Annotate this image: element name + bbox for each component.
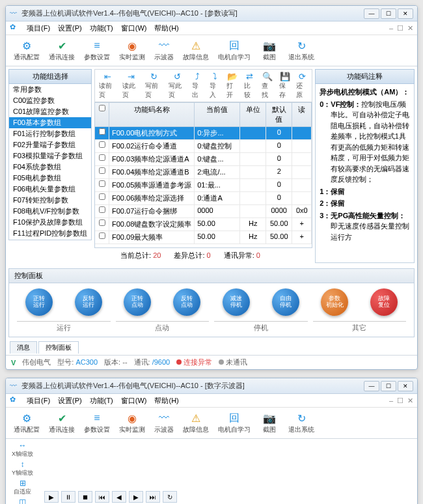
tool-通讯配置[interactable]: ⚙通讯配置 [10, 410, 44, 436]
mdi-sq-icon[interactable]: ☐ [397, 24, 403, 33]
table-row[interactable]: F00.04频率给定源通道B 2:电流/... 2 [95, 166, 312, 179]
scope-tool-Y轴缩放[interactable]: ↕Y轴缩放 [10, 459, 35, 478]
scope-tool-自适应[interactable]: ⊞自适应 [10, 478, 35, 497]
row-checkbox[interactable] [99, 206, 105, 213]
close-button[interactable]: ✕ [398, 8, 413, 19]
row-checkbox[interactable] [99, 167, 105, 174]
tool-实时监测[interactable]: ◉实时监测 [115, 410, 149, 436]
menu-设置(P)[interactable]: 设置(P) [54, 23, 86, 33]
minimize-button[interactable]: — [364, 381, 379, 391]
tool-故障信息[interactable]: ⚠故障信息 [179, 410, 213, 436]
tree-item[interactable]: F02升量端子参数组 [9, 139, 91, 150]
tree-item[interactable]: F06电机矢量参数组 [9, 184, 91, 195]
tool-退出系统[interactable]: ↻退出系统 [284, 410, 318, 436]
subtool-导入[interactable]: ⤵导入 [207, 71, 224, 100]
subtool-保存[interactable]: 💾保存 [277, 71, 293, 100]
round-btn-反转运行[interactable]: 反转运行 [75, 288, 102, 316]
tool-电机自学习[interactable]: 回电机自学习 [214, 410, 254, 436]
tree-item[interactable]: F08电机V/F控制参数 [9, 206, 91, 217]
tree-item[interactable]: F11过程PID控制参数组 [9, 228, 91, 239]
tool-退出系统[interactable]: ↻退出系统 [284, 38, 318, 63]
table-row[interactable]: F00.08键盘数字设定频率 50.00 Hz 50.00 + [95, 218, 312, 231]
play-btn[interactable]: ▶ [44, 491, 59, 503]
tool-示波器[interactable]: 〰示波器 [150, 38, 178, 63]
mdi-dash-icon[interactable]: – [389, 24, 393, 33]
subtool-打开[interactable]: 📂打开 [224, 71, 241, 100]
tool-示波器[interactable]: 〰示波器 [150, 410, 178, 436]
mdi-x-icon[interactable]: ✕ [407, 24, 413, 33]
minimize-button[interactable]: — [364, 8, 379, 19]
round-btn-故障复位[interactable]: 故障复位 [370, 288, 398, 316]
tool-截图[interactable]: 📷截图 [256, 38, 283, 63]
subtool-读前页[interactable]: ⇤读前页 [96, 71, 119, 100]
tool-电机自学习[interactable]: 回电机自学习 [214, 38, 254, 63]
table-row[interactable]: F00.02运行命令通道 0:键盘控制 0 [95, 140, 312, 153]
round-btn-减速停机[interactable]: 减速停机 [223, 288, 250, 316]
tool-故障信息[interactable]: ⚠故障信息 [179, 38, 213, 63]
tool-通讯连接[interactable]: ✔通讯连接 [45, 410, 79, 436]
tree-item[interactable]: C01故障监控参数 [9, 106, 91, 117]
subtool-写此页[interactable]: ↺写此页 [166, 71, 189, 100]
round-btn-自由停机[interactable]: 自由停机 [272, 288, 299, 316]
menu-窗口(W)[interactable]: 窗口(W) [117, 395, 151, 406]
tool-通讯配置[interactable]: ⚙通讯配置 [10, 38, 44, 63]
tree-item[interactable]: F04系统参数组 [9, 161, 91, 173]
tree-item[interactable]: F01运行控制参数组 [9, 128, 91, 139]
play-btn[interactable]: ⏭ [146, 491, 160, 503]
tab-control-panel[interactable]: 控制面板 [38, 341, 79, 354]
row-checkbox[interactable] [99, 193, 105, 200]
tree-item[interactable]: 常用参数 [9, 84, 91, 95]
scope-tool-X轴缩放[interactable]: ↔X轴缩放 [10, 440, 35, 459]
tool-通讯连接[interactable]: ✔通讯连接 [45, 38, 79, 63]
row-checkbox[interactable] [99, 128, 105, 135]
menu-帮助(H)[interactable]: 帮助(H) [150, 395, 182, 406]
maximize-button[interactable]: ☐ [381, 8, 396, 19]
tree-item[interactable]: F12多段速、PLC功能与摆 [9, 239, 91, 240]
play-btn[interactable]: ◀ [112, 491, 126, 503]
table-row[interactable]: F00.07运行命令捆绑 0000 0000 0x0 [95, 205, 312, 218]
play-btn[interactable]: ⏮ [95, 491, 109, 503]
menu-功能(T)[interactable]: 功能(T) [86, 395, 117, 406]
round-btn-正转运行[interactable]: 正转运行 [25, 288, 53, 316]
table-row[interactable]: F00.09最大频率 50.00 Hz 50.00 + [95, 231, 312, 244]
subtool-写前页[interactable]: ↻写前页 [143, 71, 165, 100]
scope-tool-显色[interactable]: ◫显色 [10, 497, 35, 504]
tree-item[interactable]: F07转矩控制参数 [9, 195, 91, 206]
menu-帮助(H)[interactable]: 帮助(H) [150, 23, 182, 33]
table-row[interactable]: F00.05频率源通道参考源 01:最... 0 [95, 179, 312, 192]
round-btn-反转点动[interactable]: 反转点动 [173, 288, 200, 316]
table-row[interactable]: F00.00电机控制方式 0:异步... 0 [95, 127, 312, 140]
row-checkbox[interactable] [99, 219, 105, 226]
table-row[interactable]: F00.03频率给定源通道A 0:键盘... 0 [95, 153, 312, 166]
subtool-还原[interactable]: ⟳还原 [293, 71, 310, 100]
tree-item[interactable]: F03模拟量端子参数组 [9, 150, 91, 161]
row-checkbox[interactable] [99, 154, 105, 161]
menu-项目(F)[interactable]: 项目(F) [23, 395, 54, 406]
subtool-比较[interactable]: ⇄比较 [241, 71, 258, 100]
menu-功能(T)[interactable]: 功能(T) [86, 23, 117, 33]
close-button[interactable]: ✕ [398, 381, 413, 391]
subtool-查找[interactable]: 🔍查找 [259, 71, 276, 100]
menu-项目(F)[interactable]: 项目(F) [23, 23, 54, 33]
table-row[interactable]: F00.06频率给定源选择 0:通道A 0 [95, 192, 312, 205]
round-btn-参数初始化[interactable]: 参数初始化 [321, 288, 348, 316]
tree-item[interactable]: F05电机参数组 [9, 173, 91, 184]
subtool-导出[interactable]: ⤴导出 [189, 71, 206, 100]
row-checkbox[interactable] [99, 141, 105, 148]
tool-参数设置[interactable]: ≡参数设置 [80, 38, 114, 63]
play-btn[interactable]: ⏸ [61, 491, 75, 503]
tool-截图[interactable]: 📷截图 [256, 410, 283, 436]
subtool-读此页[interactable]: ⇥读此页 [120, 71, 143, 100]
tree-item[interactable]: F00基本参数组 [9, 117, 91, 128]
play-btn[interactable]: ⏹ [78, 491, 92, 503]
round-btn-正转点动[interactable]: 正转点动 [124, 288, 151, 316]
maximize-button[interactable]: ☐ [381, 381, 396, 391]
tree-item[interactable]: F10保护及故障参数组 [9, 217, 91, 228]
tool-实时监测[interactable]: ◉实时监测 [115, 38, 149, 63]
play-btn[interactable]: ↻ [163, 491, 177, 503]
menu-设置(P)[interactable]: 设置(P) [54, 395, 86, 406]
tab-messages[interactable]: 消息 [10, 341, 37, 354]
row-checkbox[interactable] [99, 232, 105, 239]
function-tree[interactable]: 常用参数C00监控参数C01故障监控参数F00基本参数组F01运行控制参数组F0… [8, 84, 92, 240]
menu-窗口(W)[interactable]: 窗口(W) [117, 23, 151, 33]
